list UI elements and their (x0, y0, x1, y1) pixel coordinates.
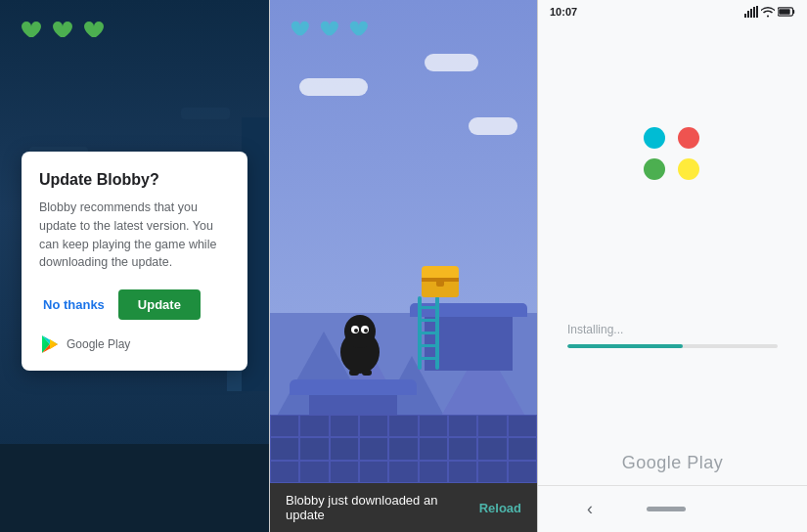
tile (448, 461, 477, 483)
sky-plat-1 (299, 78, 368, 96)
tile (388, 415, 418, 437)
reload-button[interactable]: Reload (479, 501, 521, 515)
heart-3 (80, 18, 104, 39)
installing-section: Installing... (567, 323, 778, 348)
tile (330, 415, 359, 437)
svg-rect-17 (418, 332, 439, 334)
snackbar-text: Blobby just downloaded an update (286, 493, 479, 522)
sky-background (270, 0, 537, 313)
dialog-buttons: No thanks Update (39, 289, 230, 320)
svg-rect-12 (422, 278, 459, 282)
panel1-ground (0, 444, 269, 532)
progress-bar-fill (567, 344, 683, 348)
tile (330, 437, 359, 460)
svg-rect-8 (362, 370, 372, 376)
hearts-row-panel2 (288, 18, 368, 37)
tile (299, 437, 329, 460)
panel2-game-screen: Blobby just downloaded an update Reload (269, 0, 538, 532)
tile (330, 461, 359, 483)
heart-p2-2 (317, 18, 338, 37)
google-play-branding: Google Play (39, 333, 230, 355)
character-blob (334, 308, 387, 380)
heart-p2-1 (288, 18, 309, 37)
battery-icon (778, 6, 795, 18)
svg-rect-16 (418, 319, 439, 322)
sky-plat-3 (425, 54, 478, 71)
installing-label: Installing... (567, 323, 778, 336)
snackbar: Blobby just downloaded an update Reload (270, 483, 537, 532)
tile (299, 461, 329, 483)
svg-point-2 (344, 315, 376, 348)
sim-icon (744, 6, 758, 18)
svg-rect-23 (753, 7, 755, 18)
dot-green (644, 158, 665, 180)
progress-bar-background (567, 344, 778, 348)
bg-platform-3 (181, 108, 230, 119)
svg-rect-22 (750, 9, 752, 18)
dot-red (678, 127, 699, 149)
tile (508, 415, 537, 437)
status-icons (744, 6, 795, 18)
svg-rect-21 (747, 11, 749, 18)
svg-rect-18 (418, 344, 439, 347)
tile (388, 437, 418, 460)
tile (477, 461, 507, 483)
update-button[interactable]: Update (118, 289, 201, 320)
tile (419, 437, 448, 460)
svg-point-6 (364, 329, 368, 332)
tile (270, 437, 299, 460)
tile (359, 415, 388, 437)
tile (448, 415, 477, 437)
svg-rect-26 (793, 10, 795, 14)
left-platform-top (290, 379, 417, 395)
no-thanks-button[interactable]: No thanks (39, 291, 109, 318)
svg-rect-7 (349, 370, 359, 376)
svg-rect-10 (422, 266, 459, 280)
status-time: 10:07 (550, 6, 577, 18)
svg-rect-24 (756, 6, 758, 18)
update-dialog: Update Blobby? Blobby recommends that yo… (22, 152, 247, 371)
wifi-icon (761, 6, 775, 18)
panel3-install-screen: 10:07 (538, 0, 807, 532)
panel1-game-screen: Update Blobby? Blobby recommends that yo… (0, 0, 269, 532)
google-play-logo (39, 333, 61, 355)
tile (270, 461, 299, 483)
tile (477, 415, 507, 437)
google-play-footer: Google Play (622, 453, 724, 473)
google-play-footer-text: Google Play (622, 453, 724, 473)
dot-cyan (644, 127, 665, 149)
tile (508, 461, 537, 483)
tile (388, 461, 418, 483)
dot-yellow (678, 158, 699, 180)
ground-tiles (270, 415, 537, 483)
google-play-text: Google Play (67, 337, 130, 351)
dialog-body: Blobby recommends that you update to the… (39, 199, 230, 272)
bottom-nav: ‹ (538, 485, 807, 532)
heart-2 (49, 18, 72, 39)
svg-point-5 (354, 329, 358, 332)
hearts-row-panel1 (18, 18, 104, 39)
svg-rect-27 (779, 9, 789, 15)
svg-rect-19 (418, 357, 439, 360)
tile (419, 461, 448, 483)
sky-plat-2 (469, 117, 517, 135)
heart-p2-3 (346, 18, 368, 37)
app-logo (644, 127, 702, 180)
ladder (418, 296, 439, 374)
heart-1 (18, 18, 41, 39)
svg-rect-20 (744, 14, 746, 18)
tile (359, 437, 388, 460)
tile (419, 415, 448, 437)
nav-back-button[interactable]: ‹ (587, 499, 593, 519)
tile (270, 415, 299, 437)
dialog-title: Update Blobby? (39, 171, 230, 189)
svg-rect-15 (418, 306, 439, 309)
status-bar: 10:07 (538, 0, 807, 23)
tile (508, 437, 537, 460)
tile (359, 461, 388, 483)
tile (448, 437, 477, 460)
treasure-chest (420, 264, 461, 302)
tile (477, 437, 507, 460)
tile (299, 415, 329, 437)
nav-home-indicator[interactable] (647, 507, 686, 511)
